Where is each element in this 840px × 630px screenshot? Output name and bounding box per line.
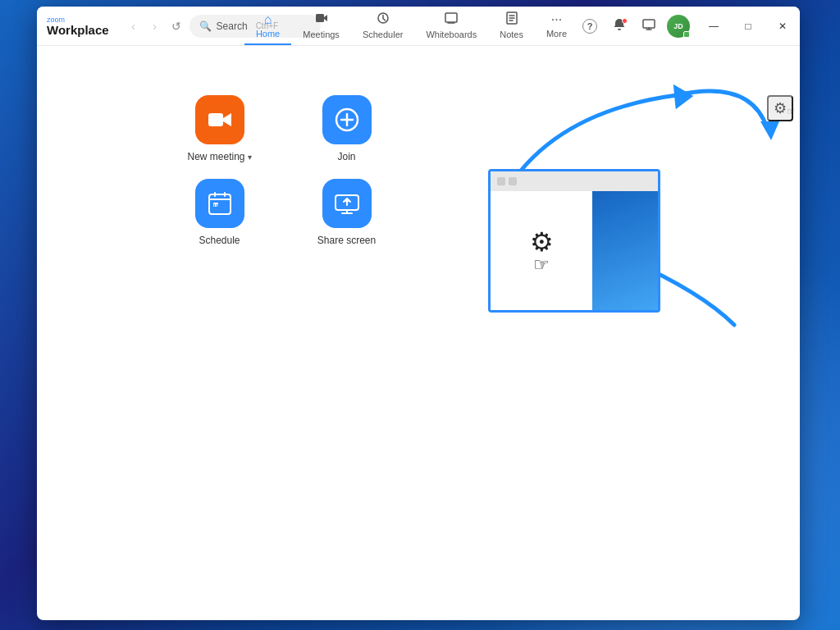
svg-text:19: 19 [212, 203, 218, 208]
svg-rect-0 [316, 14, 324, 22]
nav-buttons: ‹ › ↺ [124, 16, 186, 36]
tab-home[interactable]: ⌂ Home [244, 7, 291, 45]
meetings-tab-label: Meetings [303, 30, 340, 39]
tab-more[interactable]: ··· More [535, 7, 578, 45]
avatar-initials: JD [673, 22, 683, 30]
nav-refresh-button[interactable]: ↺ [167, 16, 186, 36]
tab-scheduler[interactable]: Scheduler [351, 7, 415, 45]
action-button-grid: New meeting ▾ Join [168, 95, 398, 246]
scheduler-tab-label: Scheduler [363, 30, 404, 39]
svg-rect-5 [208, 113, 223, 126]
avatar-status [683, 31, 690, 38]
app-title: Workplace [47, 24, 109, 36]
nav-forward-button[interactable]: › [145, 16, 165, 36]
mini-cursor-icon: ☞ [533, 254, 550, 276]
share-screen-wrapper[interactable]: Share screen [295, 179, 398, 246]
svg-rect-2 [445, 13, 457, 22]
help-button[interactable]: ? [578, 15, 601, 38]
more-tab-label: More [546, 29, 567, 39]
tab-whiteboards[interactable]: Whiteboards [414, 7, 488, 45]
title-bar-left: zoom Workplace ‹ › ↺ 🔍 Search Ctrl+F [47, 15, 238, 38]
nav-back-button[interactable]: ‹ [124, 16, 144, 36]
nav-tabs: ⌂ Home Meetings [244, 7, 578, 45]
main-content: ⚙ ☞ New meeting ▾ [37, 46, 800, 620]
help-icon: ? [582, 19, 597, 34]
maximize-button[interactable]: □ [731, 21, 765, 32]
schedule-label: Schedule [199, 235, 240, 246]
notes-tab-label: Notes [500, 30, 523, 39]
home-tab-icon: ⌂ [264, 12, 272, 27]
new-meeting-wrapper[interactable]: New meeting ▾ [168, 95, 271, 162]
svg-rect-4 [643, 20, 655, 28]
zoom-logo: zoom Workplace [47, 16, 109, 36]
join-button[interactable] [322, 95, 372, 144]
avatar[interactable]: JD [667, 15, 690, 38]
more-tab-icon: ··· [551, 12, 562, 27]
svg-marker-12 [615, 247, 636, 267]
screen-button[interactable] [637, 15, 660, 38]
share-screen-label: Share screen [317, 235, 376, 246]
title-bar-right: ? JD [578, 15, 800, 38]
title-bar: zoom Workplace ‹ › ↺ 🔍 Search Ctrl+F ⌂ H… [37, 7, 800, 46]
home-tab-label: Home [256, 29, 280, 39]
home-area: New meeting ▾ Join [37, 46, 800, 246]
search-label: Search [217, 21, 248, 32]
whiteboards-tab-icon [445, 11, 458, 28]
window-controls: — □ ✕ [696, 21, 800, 32]
cursor-hint: ☞ [788, 105, 794, 117]
notification-badge [622, 18, 628, 24]
new-meeting-dropdown-arrow: ▾ [248, 153, 252, 162]
schedule-button[interactable]: 19 [195, 179, 244, 228]
search-icon: 🔍 [199, 21, 212, 32]
screen-icon [642, 18, 655, 34]
notification-button[interactable] [608, 15, 631, 38]
scheduler-tab-icon [377, 11, 390, 28]
app-window: zoom Workplace ‹ › ↺ 🔍 Search Ctrl+F ⌂ H… [37, 7, 800, 620]
meetings-tab-icon [315, 11, 328, 28]
tab-meetings[interactable]: Meetings [291, 7, 351, 45]
schedule-wrapper[interactable]: 19 Schedule [168, 179, 271, 246]
join-wrapper[interactable]: Join [295, 95, 398, 162]
new-meeting-label: New meeting ▾ [187, 151, 251, 162]
join-label: Join [337, 151, 355, 162]
whiteboards-tab-label: Whiteboards [426, 30, 477, 39]
tab-notes[interactable]: Notes [488, 7, 535, 45]
new-meeting-button[interactable] [195, 95, 244, 144]
notes-tab-icon [505, 11, 518, 28]
share-screen-button[interactable] [322, 179, 372, 228]
close-button[interactable]: ✕ [765, 21, 800, 32]
gear-icon: ⚙ [774, 99, 787, 117]
minimize-button[interactable]: — [696, 21, 731, 32]
